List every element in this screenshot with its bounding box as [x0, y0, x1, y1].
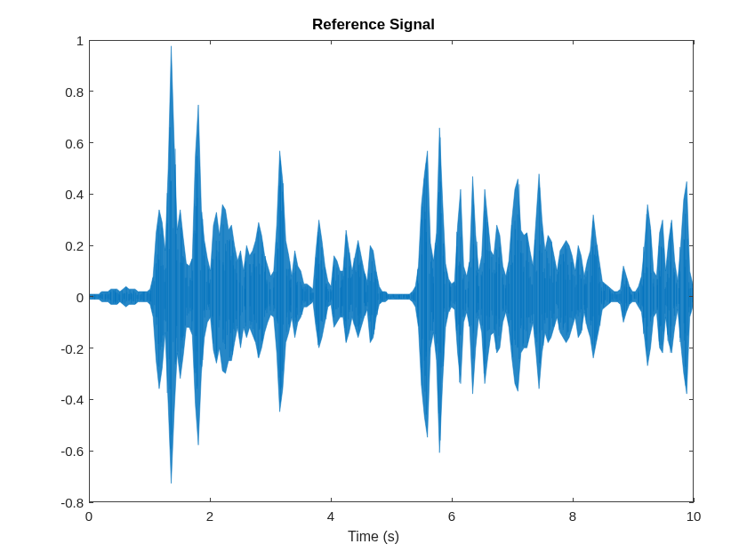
x-tick-label: 0 — [71, 508, 107, 524]
y-tick-label: 1 — [39, 33, 84, 48]
y-tick-mark — [89, 194, 93, 195]
y-tick-mark — [89, 91, 93, 92]
x-tick-mark — [573, 40, 574, 44]
y-tick-mark — [689, 245, 694, 246]
x-tick-label: 2 — [192, 508, 228, 524]
chart-title: Reference Signal — [0, 16, 747, 34]
y-tick-mark — [89, 399, 93, 400]
axes — [89, 40, 694, 502]
x-tick-mark — [452, 498, 453, 502]
y-tick-mark — [89, 451, 93, 452]
x-tick-label: 8 — [555, 508, 590, 524]
y-tick-label: 0.6 — [39, 135, 84, 150]
waveform-line — [90, 41, 693, 501]
x-tick-mark — [694, 40, 695, 44]
x-tick-label: 10 — [676, 508, 711, 524]
y-tick-label: -0.6 — [39, 444, 84, 459]
y-tick-mark — [89, 40, 93, 41]
x-tick-mark — [331, 498, 332, 502]
y-tick-mark — [689, 296, 694, 297]
y-tick-mark — [89, 348, 93, 348]
figure: Reference Signal Time (s) -0.8-0.6-0.4-0… — [0, 0, 747, 560]
y-tick-mark — [89, 296, 93, 297]
y-tick-mark — [689, 194, 694, 195]
x-tick-mark — [210, 498, 211, 502]
y-tick-mark — [689, 451, 694, 452]
y-tick-label: 0.2 — [39, 238, 84, 253]
x-tick-mark — [89, 498, 90, 502]
y-tick-label: 0 — [39, 289, 84, 304]
y-tick-mark — [689, 399, 694, 400]
y-tick-label: 0.8 — [39, 84, 84, 99]
x-tick-mark — [331, 40, 332, 44]
x-tick-mark — [573, 498, 574, 502]
y-tick-label: -0.2 — [39, 340, 84, 356]
y-tick-mark — [689, 348, 694, 348]
x-tick-label: 4 — [313, 508, 349, 524]
y-tick-mark — [689, 142, 694, 143]
x-tick-mark — [89, 40, 90, 44]
y-tick-label: 0.4 — [39, 187, 84, 202]
y-tick-mark — [689, 91, 694, 92]
y-tick-label: -0.8 — [39, 495, 84, 510]
x-tick-mark — [210, 40, 211, 44]
y-tick-mark — [89, 245, 93, 246]
y-tick-mark — [89, 502, 93, 503]
x-tick-label: 6 — [434, 508, 470, 524]
y-tick-label: -0.4 — [39, 392, 84, 407]
y-tick-mark — [89, 142, 93, 143]
x-axis-label: Time (s) — [0, 529, 747, 545]
x-tick-mark — [452, 40, 453, 44]
x-tick-mark — [694, 498, 695, 502]
